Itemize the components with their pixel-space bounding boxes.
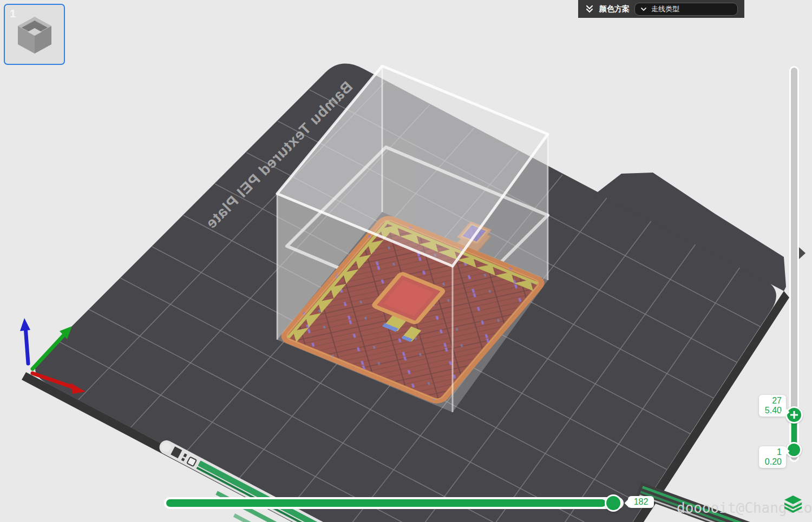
preview-toolbar: 颜色方案 走线类型 (578, 0, 744, 18)
plate-list-panel: 1 (2, 2, 67, 67)
step-slider-fill (166, 499, 606, 507)
3d-viewport[interactable]: Bambu Textured PEI Plate (0, 0, 812, 522)
step-slider-handle[interactable] (605, 494, 622, 512)
chevron-down-icon (640, 6, 647, 12)
layer-top-tooltip: 27 5.40 (759, 395, 786, 417)
layer-top-number: 27 (763, 396, 782, 406)
layer-bottom-tooltip: 1 0.20 (759, 446, 786, 468)
plate-cube-icon (15, 14, 55, 56)
layer-slider-rail (791, 68, 797, 460)
step-tooltip: 182 (628, 496, 654, 508)
scene-canvas: Bambu Textured PEI Plate (0, 0, 812, 522)
layer-slider[interactable] (789, 66, 799, 462)
layer-slider-top-handle[interactable] (785, 406, 803, 424)
line-type-dropdown[interactable]: 走线类型 (634, 3, 738, 16)
layer-top-height: 5.40 (763, 406, 782, 415)
layer-bottom-height: 0.20 (763, 457, 782, 467)
layer-bottom-number: 1 (763, 447, 782, 457)
step-value: 182 (631, 497, 651, 507)
line-type-value: 走线类型 (651, 4, 679, 14)
layers-icon (783, 494, 803, 514)
color-scheme-label: 颜色方案 (599, 4, 630, 14)
panel-collapse-arrow[interactable] (799, 247, 806, 259)
plate-thumbnail-1[interactable]: 1 (4, 4, 65, 65)
collapse-toolbar-icon[interactable] (585, 4, 594, 14)
step-slider[interactable] (164, 497, 624, 509)
